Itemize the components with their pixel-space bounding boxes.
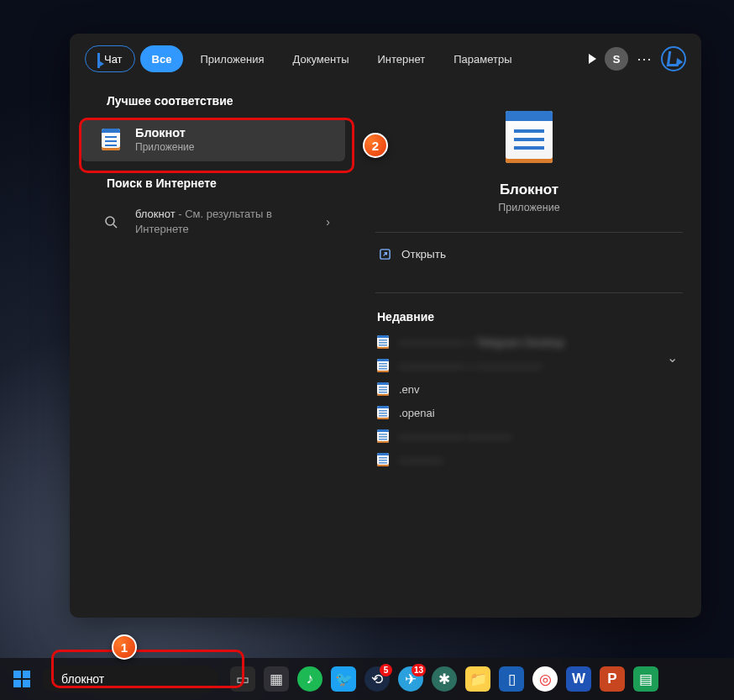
taskbar: ▭▦♪🐦⟲5✈13✱📁▯◎WP▤ (0, 658, 734, 700)
recent-item[interactable]: —————— – —————— (375, 354, 683, 377)
tab-documents[interactable]: Документы (281, 45, 361, 72)
task-view-icon[interactable]: ▭ (230, 666, 255, 692)
recent-label: .env (399, 383, 420, 396)
taskbar-search[interactable] (42, 666, 218, 692)
open-label: Открыть (401, 248, 446, 261)
bing-icon (97, 53, 100, 66)
notepad-icon (377, 406, 389, 419)
more-options[interactable]: ⋯ (637, 50, 653, 68)
tab-settings[interactable]: Параметры (442, 45, 523, 72)
powerpoint-icon[interactable]: P (600, 666, 625, 692)
notepad-icon (377, 429, 389, 443)
calculator-icon[interactable]: ▦ (264, 666, 289, 692)
badge: 5 (380, 664, 392, 676)
tab-all[interactable]: Все (140, 45, 184, 72)
chevron-right-icon: › (326, 215, 330, 229)
svg-point-0 (106, 217, 114, 225)
play-icon[interactable] (589, 54, 596, 64)
taskbar-search-input[interactable] (61, 672, 208, 686)
recent-label: —————— ———— (399, 430, 511, 443)
user-avatar[interactable]: S (605, 47, 628, 71)
recent-item[interactable]: .env (375, 377, 683, 401)
steam-icon[interactable]: ⟲5 (364, 666, 390, 692)
spotify-icon[interactable]: ♪ (297, 666, 322, 692)
recent-item[interactable]: .openai (375, 401, 683, 424)
sheets-icon[interactable]: ▤ (633, 666, 658, 692)
recent-label: .openai (399, 407, 435, 419)
recent-header: Недавние (377, 310, 683, 324)
explorer-icon[interactable]: 📁 (465, 666, 490, 692)
open-icon (379, 248, 391, 261)
recent-label: ———— (399, 454, 443, 466)
windows-icon (13, 671, 30, 687)
divider (375, 292, 683, 293)
chrome-icon[interactable]: ◎ (532, 666, 558, 692)
web-search-header: Поиск в Интернете (70, 168, 357, 198)
recent-label: —————— – Telegram Desktop (399, 336, 564, 349)
notepad-icon (98, 129, 123, 150)
bing-button[interactable] (661, 46, 686, 71)
notepad-icon (377, 359, 389, 372)
chat-label: Чат (104, 53, 123, 66)
divider (375, 232, 683, 233)
chatgpt-icon[interactable]: ✱ (432, 666, 457, 692)
results-left: Лучшее соответствие Блокнот Приложение П… (70, 82, 357, 618)
svg-line-4 (54, 680, 55, 681)
search-icon (52, 673, 55, 686)
twitter-icon[interactable]: 🐦 (331, 666, 356, 692)
badge: 13 (412, 664, 426, 676)
svg-line-1 (113, 224, 117, 228)
recent-item[interactable]: ———— (375, 448, 683, 471)
chevron-down-icon[interactable]: ⌄ (667, 350, 678, 366)
notepad-icon (377, 453, 389, 466)
word-icon[interactable]: W (566, 666, 591, 692)
annotation-badge-1: 1 (112, 634, 137, 660)
tab-apps[interactable]: Приложения (188, 45, 275, 72)
web-search-item[interactable]: блокнот - См. результаты в Интернете › (81, 198, 345, 245)
best-match-header: Лучшее соответствие (70, 86, 357, 116)
best-match-title: Блокнот (135, 126, 194, 139)
filter-bar-right: S ⋯ (589, 46, 686, 71)
best-match-subtitle: Приложение (135, 141, 194, 153)
telegram-icon[interactable]: ✈13 (398, 666, 423, 692)
tab-web[interactable]: Интернет (366, 45, 438, 72)
phone-link-icon[interactable]: ▯ (499, 666, 524, 692)
web-query: блокнот (135, 208, 176, 220)
app-icon-large (498, 106, 560, 168)
detail-subtitle: Приложение (375, 202, 683, 213)
open-action[interactable]: Открыть (375, 241, 683, 267)
best-match-item[interactable]: Блокнот Приложение (81, 118, 345, 161)
chat-button[interactable]: Чат (85, 45, 135, 72)
search-icon (98, 215, 123, 229)
start-button[interactable] (8, 666, 35, 692)
notepad-icon (377, 335, 389, 349)
recent-item[interactable]: —————— ———— (375, 424, 683, 448)
detail-pane: Блокнот Приложение Открыть ⌄ Недавние ——… (357, 82, 701, 618)
svg-point-3 (52, 678, 54, 680)
recent-label: —————— – —————— (399, 360, 542, 372)
search-results-panel: Чат Все Приложения Документы Интернет Па… (70, 34, 701, 618)
recent-item[interactable]: —————— – Telegram Desktop (375, 330, 683, 354)
detail-title: Блокнот (375, 182, 683, 198)
filter-bar: Чат Все Приложения Документы Интернет Па… (70, 34, 701, 82)
notepad-icon (377, 382, 389, 396)
